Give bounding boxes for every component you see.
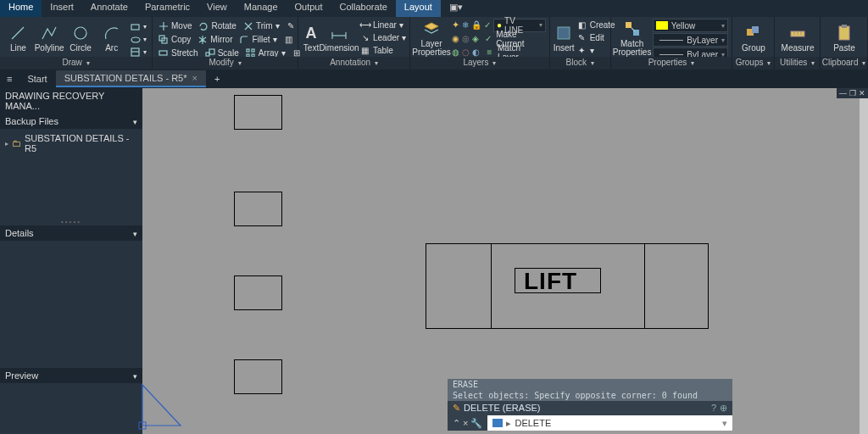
ellipse-icon[interactable]: ▾ xyxy=(128,33,148,45)
paste-button[interactable]: Paste xyxy=(824,19,865,58)
ribbon: Line Polyline Circle Arc ▾ ▾ ▾ Draw Move… xyxy=(0,17,868,70)
layer-properties-button[interactable]: Layer Properties xyxy=(414,19,449,58)
layer-tool2-icon[interactable]: ◌ xyxy=(462,47,470,57)
folder-icon: 🗀 xyxy=(12,138,21,148)
color-combo[interactable]: Yellow xyxy=(653,19,728,32)
clear-icon[interactable]: × xyxy=(463,418,468,428)
tab-home[interactable]: Home xyxy=(0,0,42,17)
plot-icon[interactable]: ✓ xyxy=(484,20,491,30)
drawing-canvas[interactable]: —❐✕ LIFT ERASE Select objects: Specify o… xyxy=(142,88,868,434)
svg-rect-27 xyxy=(839,26,849,40)
tree-item[interactable]: 🗀SUBSTATION DETAILS - R5 xyxy=(5,131,137,155)
layer-icon[interactable]: ✦ xyxy=(452,19,459,31)
table-button[interactable]: ▦Table xyxy=(358,44,408,56)
tab-manage[interactable]: Manage xyxy=(236,0,287,17)
svg-rect-11 xyxy=(247,49,249,52)
command-area: ERASE Select objects: Specify opposite c… xyxy=(448,379,732,431)
tab-view[interactable]: View xyxy=(198,0,236,17)
menu-icon[interactable]: ≡ xyxy=(0,74,19,84)
tab-annotate[interactable]: Annotate xyxy=(82,0,136,17)
svg-point-1 xyxy=(75,27,86,39)
freeze-icon[interactable]: ❄ xyxy=(462,20,469,30)
tab-parametric[interactable]: Parametric xyxy=(136,0,198,17)
rect-shape[interactable] xyxy=(234,275,282,310)
svg-rect-18 xyxy=(558,27,570,39)
lineweight-combo[interactable]: ByLayer xyxy=(653,33,728,47)
tab-layout[interactable]: Layout xyxy=(396,0,441,17)
tab-expand-icon[interactable]: ▣▾ xyxy=(441,0,471,17)
recovery-panel: DRAWING RECOVERY MANA... Backup Files 🗀S… xyxy=(0,88,142,434)
text-button[interactable]: AText xyxy=(302,19,320,58)
arc-button[interactable]: Arc xyxy=(97,19,126,58)
command-suggestion[interactable]: ✎DELETE (ERASE) ?⊕ xyxy=(448,401,732,415)
measure-button[interactable]: Measure xyxy=(778,19,817,58)
dimension-button[interactable]: Dimension xyxy=(320,19,358,58)
tab-insert[interactable]: Insert xyxy=(42,0,82,17)
layer-tool3-icon[interactable]: ◐ xyxy=(472,47,480,57)
line-shape[interactable] xyxy=(491,243,492,329)
svg-line-0 xyxy=(12,27,24,39)
svg-rect-2 xyxy=(131,25,139,30)
wrench-icon[interactable]: 🔧 xyxy=(470,418,482,429)
mirror-button[interactable]: Mirror xyxy=(195,34,234,46)
new-tab-button[interactable]: + xyxy=(206,71,228,86)
rect-shape[interactable] xyxy=(234,359,282,394)
hist-toggle-icon[interactable]: ⌃ xyxy=(453,418,460,429)
rotate-button[interactable]: Rotate xyxy=(196,20,237,32)
recovery-title: DRAWING RECOVERY MANA... xyxy=(5,91,137,111)
annotation-panel-label: Annotation xyxy=(330,58,370,67)
backup-header[interactable]: Backup Files xyxy=(5,116,58,126)
linear-button[interactable]: ⟷Linear ▾ xyxy=(358,19,408,31)
block-panel-label: Block xyxy=(566,58,587,67)
start-tab[interactable]: Start xyxy=(19,71,55,86)
details-header[interactable]: Details xyxy=(5,228,34,238)
layers-panel-label: Layers xyxy=(463,58,488,67)
tab-output[interactable]: Output xyxy=(287,0,331,17)
cmd-icon xyxy=(492,419,503,427)
match-properties-button[interactable]: Match Properties xyxy=(615,19,650,58)
modify-panel-label: Modify xyxy=(209,58,233,67)
fillet-button[interactable]: Fillet ▾ xyxy=(236,34,278,46)
hatch-icon[interactable]: ▾ xyxy=(128,46,148,58)
svg-rect-19 xyxy=(626,22,632,28)
move-button[interactable]: Move xyxy=(156,20,193,32)
rect-shape[interactable] xyxy=(234,192,282,226)
line-button[interactable]: Line xyxy=(3,19,33,58)
preview-header[interactable]: Preview xyxy=(5,370,38,381)
chevron-down-icon[interactable]: ▾ xyxy=(722,418,727,429)
properties-panel-label: Properties xyxy=(648,58,687,67)
insert-button[interactable]: Insert xyxy=(554,19,575,58)
globe-icon[interactable]: ⊕ xyxy=(720,403,727,414)
close-icon[interactable]: × xyxy=(192,73,198,83)
copy-button[interactable]: Copy xyxy=(156,34,192,46)
explode-icon[interactable]: ✎ xyxy=(284,20,298,32)
lock-icon[interactable]: 🔒 xyxy=(471,20,481,30)
layer-on-icon[interactable]: ◉ xyxy=(452,34,459,43)
line-shape[interactable] xyxy=(644,243,645,329)
layer-tool-icon[interactable]: ◍ xyxy=(452,47,459,57)
circle-button[interactable]: Circle xyxy=(66,19,96,58)
utilities-panel-label: Utilities xyxy=(780,58,807,67)
group-button[interactable]: Group xyxy=(736,19,771,58)
leader-button[interactable]: ↘Leader ▾ xyxy=(358,31,408,43)
layer-off-icon[interactable]: ◎ xyxy=(462,34,470,43)
rect-icon[interactable]: ▾ xyxy=(128,20,148,32)
svg-point-3 xyxy=(131,37,140,42)
clipboard-panel-label: Clipboard xyxy=(822,58,859,67)
svg-rect-22 xyxy=(752,26,759,33)
command-history-line: ERASE xyxy=(448,379,732,390)
file-tab[interactable]: SUBSTATION DETAILS - R5× xyxy=(56,70,206,87)
ucs-icon xyxy=(134,375,193,434)
draw-panel-label: Draw xyxy=(62,58,81,67)
help-icon[interactable]: ? xyxy=(711,403,716,414)
trim-button[interactable]: Trim ▾ xyxy=(241,20,281,32)
offset-icon[interactable]: ▥ xyxy=(281,34,296,46)
svg-rect-28 xyxy=(842,25,847,28)
command-input[interactable]: ▸DELETE▾ xyxy=(487,418,732,429)
document-tabs: ≡ Start SUBSTATION DETAILS - R5× + xyxy=(0,70,868,88)
polyline-button[interactable]: Polyline xyxy=(35,19,64,58)
svg-rect-10 xyxy=(209,49,214,54)
tab-collaborate[interactable]: Collaborate xyxy=(331,0,396,17)
layer-iso-icon[interactable]: ◈ xyxy=(472,34,479,43)
rect-shape[interactable] xyxy=(234,95,282,130)
